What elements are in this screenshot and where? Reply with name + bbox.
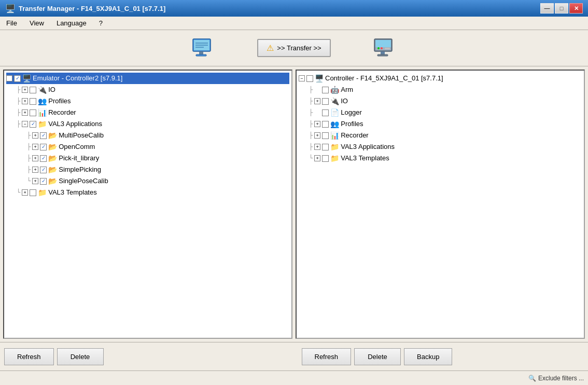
left-val3tmpl-checkbox[interactable]: [30, 189, 36, 196]
left-recorder-item[interactable]: ├ + 📊 Recorder: [6, 107, 289, 118]
left-io-checkbox[interactable]: [30, 87, 36, 93]
right-io-expand[interactable]: +: [314, 98, 320, 104]
left-val3tmpl-item[interactable]: └ + 📁 VAL3 Templates: [6, 187, 289, 198]
minimize-button[interactable]: —: [540, 3, 554, 13]
left-recorder-checkbox[interactable]: [30, 109, 36, 116]
left-pickit-expand[interactable]: +: [32, 155, 38, 161]
menu-help[interactable]: ?: [97, 18, 105, 28]
left-multicalib-expand[interactable]: +: [32, 132, 38, 139]
main-content: − 🖥️ Emulator - Controller2 [s7.9.1] ├ +…: [0, 66, 588, 342]
maximize-button[interactable]: □: [555, 3, 568, 13]
exclude-filters-label[interactable]: Exclude filters ...: [538, 375, 584, 382]
left-root-checkbox[interactable]: [14, 75, 21, 82]
left-opencomm-icon: 📂: [48, 142, 57, 152]
right-arm-checkbox[interactable]: [322, 87, 329, 93]
left-pickit-item[interactable]: ├ + 📂 Pick-it_library: [6, 153, 289, 164]
right-val3tmpl-label: VAL3 Templates: [341, 153, 389, 163]
right-recorder-checkbox[interactable]: [322, 132, 329, 139]
app-icon: 🖥️: [5, 4, 16, 13]
right-refresh-button[interactable]: Refresh: [302, 348, 352, 365]
left-profiles-label: Profiles: [48, 96, 71, 106]
left-recorder-expand[interactable]: +: [22, 109, 28, 116]
exclude-filters-icon: 🔍: [528, 375, 536, 382]
right-profiles-checkbox[interactable]: [322, 121, 329, 128]
right-profiles-expand[interactable]: +: [314, 121, 320, 127]
left-val3tmpl-expand[interactable]: +: [22, 189, 28, 196]
title-bar: 🖥️ Transfer Manager - F14_5XJ9A1_C_01 [s…: [0, 0, 588, 17]
left-val3app-checkbox[interactable]: [30, 121, 36, 128]
right-val3app-label: VAL3 Applications: [341, 142, 395, 152]
transfer-button[interactable]: ⚠ >> Transfer >>: [257, 39, 330, 57]
right-profiles-label: Profiles: [341, 119, 363, 129]
right-io-icon: 🔌: [330, 96, 339, 106]
left-opencomm-checkbox[interactable]: [40, 144, 47, 150]
left-opencomm-label: OpenComm: [59, 142, 95, 152]
right-val3app-expand[interactable]: +: [314, 144, 320, 150]
close-button[interactable]: ✕: [569, 3, 583, 13]
window-controls: — □ ✕: [540, 3, 583, 13]
right-val3tmpl-expand[interactable]: +: [314, 155, 320, 161]
right-val3tmpl-item[interactable]: └ + 📁 VAL3 Templates: [299, 153, 582, 164]
left-val3app-expand[interactable]: −: [22, 121, 28, 127]
left-simplepick-expand[interactable]: +: [32, 167, 38, 173]
left-root-expand[interactable]: −: [6, 75, 12, 81]
left-pickit-checkbox[interactable]: [40, 155, 47, 162]
right-val3tmpl-checkbox[interactable]: [322, 155, 329, 162]
right-delete-button[interactable]: Delete: [354, 348, 401, 365]
right-val3app-checkbox[interactable]: [322, 144, 329, 150]
right-root-checkbox[interactable]: [306, 75, 313, 82]
transfer-label: >> Transfer >>: [277, 44, 321, 52]
menu-language[interactable]: Language: [54, 18, 89, 28]
menu-file[interactable]: File: [4, 18, 19, 28]
left-profiles-checkbox[interactable]: [30, 98, 36, 105]
right-logger-checkbox[interactable]: [322, 109, 329, 116]
right-tree-panel[interactable]: − 🖥️ Controller - F14_5XJ9A1_C_01 [s7.7.…: [296, 70, 585, 339]
left-singleposeCalib-checkbox[interactable]: [40, 178, 47, 185]
left-opencomm-expand[interactable]: +: [32, 144, 38, 150]
right-arm-label: Arm: [341, 85, 353, 95]
right-root-item[interactable]: − 🖥️ Controller - F14_5XJ9A1_C_01 [s7.7.…: [299, 73, 582, 84]
right-profiles-item[interactable]: ├ + 👥 Profiles: [299, 118, 582, 130]
right-io-item[interactable]: ├ + 🔌 IO: [299, 95, 582, 107]
left-tree-panel[interactable]: − 🖥️ Emulator - Controller2 [s7.9.1] ├ +…: [3, 70, 292, 339]
left-multicalib-item[interactable]: ├ + 📂 MultiPoseCalib: [6, 130, 289, 141]
right-logger-connector: ├: [309, 107, 313, 118]
right-logger-item[interactable]: ├ 📄 Logger: [299, 107, 582, 118]
left-profiles-expand[interactable]: +: [22, 98, 28, 104]
left-singleposeCalib-item[interactable]: └ + 📂 SinglePoseCalib: [6, 175, 289, 187]
left-opencomm-item[interactable]: ├ + 📂 OpenComm: [6, 141, 289, 153]
left-val3app-connector: ├: [17, 119, 20, 129]
right-root-label: Controller - F14_5XJ9A1_C_01 [s7.7.1]: [325, 73, 443, 84]
right-logger-icon: 📄: [330, 107, 339, 118]
left-computer-icon: [191, 36, 216, 61]
svg-rect-11: [377, 54, 388, 56]
left-simplepick-item[interactable]: ├ + 📂 SimplePicking: [6, 164, 289, 175]
left-simplepick-label: SimplePicking: [59, 164, 101, 175]
menu-view[interactable]: View: [27, 18, 46, 28]
right-val3tmpl-icon: 📁: [330, 153, 339, 163]
right-recorder-label: Recorder: [341, 130, 368, 141]
right-recorder-item[interactable]: ├ + 📊 Recorder: [299, 130, 582, 141]
left-val3tmpl-connector: └: [17, 187, 20, 198]
right-io-checkbox[interactable]: [322, 98, 329, 105]
right-backup-button[interactable]: Backup: [404, 348, 452, 365]
svg-rect-14: [385, 48, 390, 49]
left-delete-button[interactable]: Delete: [57, 348, 104, 365]
left-singleposeCalib-expand[interactable]: +: [32, 178, 38, 184]
left-pickit-connector: ├: [27, 153, 31, 163]
right-recorder-expand[interactable]: +: [314, 132, 320, 139]
left-profiles-item[interactable]: ├ + 👥 Profiles: [6, 95, 289, 107]
left-io-expand[interactable]: +: [22, 87, 28, 93]
left-val3app-item[interactable]: ├ − 📁 VAL3 Applications: [6, 118, 289, 130]
right-root-expand[interactable]: −: [299, 75, 305, 81]
svg-rect-2: [199, 51, 203, 54]
left-multicalib-checkbox[interactable]: [40, 132, 47, 139]
right-arm-item[interactable]: ├ 🤖 Arm: [299, 84, 582, 95]
left-simplepick-checkbox[interactable]: [40, 167, 47, 173]
left-root-item[interactable]: − 🖥️ Emulator - Controller2 [s7.9.1]: [6, 73, 289, 84]
left-val3tmpl-icon: 📁: [38, 187, 47, 198]
right-logger-label: Logger: [341, 107, 361, 118]
left-io-item[interactable]: ├ + 🔌 IO: [6, 84, 289, 95]
right-val3app-item[interactable]: ├ + 📁 VAL3 Applications: [299, 141, 582, 153]
left-refresh-button[interactable]: Refresh: [4, 348, 54, 365]
